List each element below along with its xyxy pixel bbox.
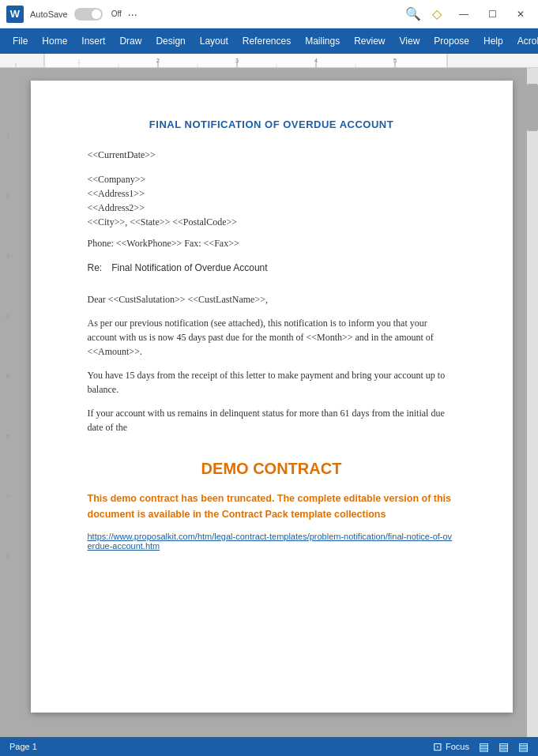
minimize-button[interactable]: — bbox=[453, 3, 475, 25]
demo-title: DEMO CONTRACT bbox=[88, 460, 456, 478]
menu-propose[interactable]: Propose bbox=[427, 32, 476, 50]
ruler-num-1: 1 bbox=[0, 131, 16, 191]
ruler-num-8: 8 bbox=[0, 551, 16, 611]
dear-line: Dear <<CustSalutation>> <<CustLastName>>… bbox=[88, 292, 456, 307]
menu-insert[interactable]: Insert bbox=[75, 32, 111, 50]
ruler: 1 2 3 4 5 2 3 4 5 bbox=[0, 54, 538, 68]
menu-design[interactable]: Design bbox=[149, 32, 191, 50]
toggle-state-label: Off bbox=[111, 9, 122, 18]
menu-help[interactable]: Help bbox=[477, 32, 510, 50]
menu-acrobat[interactable]: Acrobat bbox=[511, 32, 538, 50]
demo-link[interactable]: https://www.proposalkit.com/htm/legal-co… bbox=[88, 532, 456, 551]
title-bar: W AutoSave Off ··· 🔍 ◇ — ☐ ✕ bbox=[0, 0, 538, 28]
page-indicator: Page 1 bbox=[9, 742, 37, 751]
ruler-num-6: 6 bbox=[0, 431, 16, 491]
paragraph-2: You have 15 days from the receipt of thi… bbox=[88, 368, 456, 397]
address-block: <<Company>> <<Address1>> <<Address2>> <<… bbox=[88, 174, 456, 228]
demo-text: This demo contract has been truncated. T… bbox=[88, 491, 456, 522]
status-right: ⊡ Focus ▤ ▤ ▤ bbox=[433, 740, 529, 753]
maximize-button[interactable]: ☐ bbox=[481, 3, 503, 25]
right-scrollbar[interactable] bbox=[527, 68, 538, 737]
toggle-knob bbox=[92, 9, 101, 19]
focus-mode-button[interactable]: ⊡ Focus bbox=[433, 740, 469, 753]
print-view-button[interactable]: ▤ bbox=[498, 740, 509, 753]
autosave-toggle[interactable] bbox=[74, 8, 103, 21]
search-icon[interactable]: 🔍 bbox=[405, 6, 421, 21]
layout-icon: ▤ bbox=[479, 740, 489, 753]
company-field: <<Company>> bbox=[88, 174, 456, 186]
menu-references[interactable]: References bbox=[236, 32, 297, 50]
main-area: 1 2 3 4 5 6 7 8 FINAL NOTIFICATION OF OV… bbox=[0, 68, 538, 737]
ruler-num-3: 3 bbox=[0, 251, 16, 311]
ruler-num-7: 7 bbox=[0, 491, 16, 551]
print-icon: ▤ bbox=[498, 740, 509, 753]
ruler-num-4: 4 bbox=[0, 311, 16, 371]
demo-section: DEMO CONTRACT This demo contract has bee… bbox=[88, 460, 456, 551]
page-label: Page 1 bbox=[9, 742, 37, 751]
current-date-field: <<CurrentDate>> bbox=[88, 149, 456, 161]
close-button[interactable]: ✕ bbox=[510, 3, 532, 25]
menu-layout[interactable]: Layout bbox=[194, 32, 235, 50]
svg-text:5: 5 bbox=[393, 58, 397, 63]
status-bar: Page 1 ⊡ Focus ▤ ▤ ▤ bbox=[0, 737, 538, 756]
re-label: Re: bbox=[88, 262, 103, 273]
left-ruler: 1 2 3 4 5 6 7 8 bbox=[0, 68, 16, 737]
ruler-num-5: 5 bbox=[0, 371, 16, 431]
expand-dots[interactable]: ··· bbox=[128, 8, 137, 21]
address1-field: <<Address1>> bbox=[88, 188, 456, 200]
menu-mailings[interactable]: Mailings bbox=[299, 32, 346, 50]
city-state-pc-field: <<City>>, <<State>> <<PostalCode>> bbox=[88, 216, 456, 228]
menu-home[interactable]: Home bbox=[36, 32, 73, 50]
diamond-icon[interactable]: ◇ bbox=[427, 5, 446, 24]
menu-file[interactable]: File bbox=[6, 32, 34, 50]
autosave-label: AutoSave bbox=[30, 9, 68, 19]
word-icon: W bbox=[6, 6, 24, 23]
svg-text:3: 3 bbox=[235, 58, 239, 63]
web-view-button[interactable]: ▤ bbox=[518, 740, 529, 753]
layout-view-button[interactable]: ▤ bbox=[479, 740, 489, 753]
re-content: Final Notification of Overdue Account bbox=[111, 262, 267, 273]
focus-mode-label: Focus bbox=[446, 742, 469, 751]
phone-field: Phone: <<WorkPhone>> Fax: <<Fax>> bbox=[88, 238, 456, 250]
focus-mode-icon: ⊡ bbox=[433, 740, 442, 753]
document-page: FINAL NOTIFICATION OF OVERDUE ACCOUNT <<… bbox=[31, 81, 513, 713]
re-line: Re: Final Notification of Overdue Accoun… bbox=[88, 262, 456, 273]
paragraph-1: As per our previous notification (see at… bbox=[88, 316, 456, 359]
menu-bar: File Home Insert Draw Design Layout Refe… bbox=[0, 28, 538, 54]
menu-draw[interactable]: Draw bbox=[113, 32, 148, 50]
document-title: FINAL NOTIFICATION OF OVERDUE ACCOUNT bbox=[88, 118, 456, 130]
menu-review[interactable]: Review bbox=[348, 32, 391, 50]
svg-text:4: 4 bbox=[314, 58, 318, 63]
web-icon: ▤ bbox=[518, 740, 529, 753]
menu-view[interactable]: View bbox=[393, 32, 427, 50]
scroll-area[interactable]: FINAL NOTIFICATION OF OVERDUE ACCOUNT <<… bbox=[16, 68, 527, 737]
scroll-thumb[interactable] bbox=[527, 84, 538, 131]
paragraph-3: If your account with us remains in delin… bbox=[88, 406, 456, 434]
svg-rect-12 bbox=[44, 54, 447, 67]
address2-field: <<Address2>> bbox=[88, 202, 456, 214]
ruler-num-2: 2 bbox=[0, 191, 16, 251]
svg-text:2: 2 bbox=[156, 58, 160, 63]
